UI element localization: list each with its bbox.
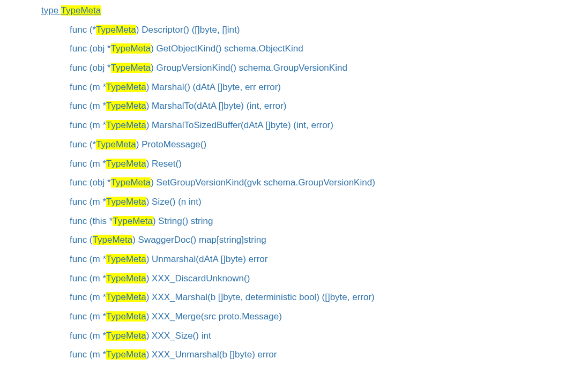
search-highlight: TypeMeta	[111, 63, 151, 73]
method-link[interactable]: func (m *TypeMeta) XXX_Marshal(b []byte,…	[70, 292, 375, 302]
type-name-highlight: TypeMeta	[61, 5, 101, 16]
search-highlight: TypeMeta	[96, 139, 136, 150]
method-prefix: func (m *	[70, 273, 106, 283]
method-item: func (m *TypeMeta) Reset()	[0, 154, 588, 174]
search-highlight: TypeMeta	[93, 235, 133, 245]
search-highlight: TypeMeta	[106, 159, 146, 169]
method-link[interactable]: func (m *TypeMeta) Unmarshal(dAtA []byte…	[70, 254, 267, 264]
method-link[interactable]: func (*TypeMeta) ProtoMessage()	[70, 139, 206, 150]
method-suffix: ) XXX_Size() int	[146, 331, 211, 341]
search-highlight: TypeMeta	[106, 254, 146, 264]
method-suffix: ) Descriptor() ([]byte, []int)	[136, 25, 240, 35]
method-item: func (m *TypeMeta) XXX_Size() int	[0, 326, 588, 346]
search-highlight: TypeMeta	[106, 120, 146, 130]
method-link[interactable]: func (m *TypeMeta) XXX_Size() int	[70, 331, 211, 341]
method-prefix: func (m *	[70, 292, 106, 302]
search-highlight: TypeMeta	[111, 177, 151, 188]
method-link[interactable]: func (m *TypeMeta) Marshal() (dAtA []byt…	[70, 82, 281, 92]
method-suffix: ) SwaggerDoc() map[string]string	[132, 235, 266, 245]
method-item: func (*TypeMeta) ProtoMessage()	[0, 135, 588, 154]
method-item: func (m *TypeMeta) MarshalToSizedBuffer(…	[0, 116, 588, 135]
method-suffix: ) XXX_Unmarshal(b []byte) error	[146, 349, 277, 360]
method-suffix: ) ProtoMessage()	[136, 139, 206, 150]
method-prefix: func (*	[70, 139, 96, 150]
method-item: func (m *TypeMeta) MarshalTo(dAtA []byte…	[0, 96, 588, 116]
method-suffix: ) Unmarshal(dAtA []byte) error	[146, 254, 268, 264]
method-item: func (this *TypeMeta) String() string	[0, 212, 588, 231]
method-item: func (m *TypeMeta) XXX_DiscardUnknown()	[0, 269, 588, 288]
method-suffix: ) String() string	[153, 216, 213, 226]
method-suffix: ) Reset()	[146, 159, 182, 169]
method-prefix: func (m *	[70, 254, 106, 264]
method-item: func (TypeMeta) SwaggerDoc() map[string]…	[0, 230, 588, 250]
method-item: func (obj *TypeMeta) SetGroupVersionKind…	[0, 173, 588, 192]
method-suffix: ) GroupVersionKind() schema.GroupVersion…	[151, 63, 347, 73]
search-highlight: TypeMeta	[113, 216, 153, 226]
method-prefix: func (*	[70, 25, 96, 35]
method-prefix: func (m *	[70, 311, 106, 322]
method-prefix: func (m *	[70, 82, 106, 92]
method-prefix: func (m *	[70, 101, 106, 111]
method-item: func (obj *TypeMeta) GroupVersionKind() …	[0, 58, 588, 78]
method-item: func (*TypeMeta) Descriptor() ([]byte, […	[0, 20, 588, 40]
method-item: func (m *TypeMeta) XXX_Merge(src proto.M…	[0, 307, 588, 326]
method-link[interactable]: func (m *TypeMeta) XXX_Unmarshal(b []byt…	[70, 349, 277, 360]
method-prefix: func (obj *	[70, 177, 111, 188]
method-suffix: ) XXX_Merge(src proto.Message)	[146, 311, 282, 322]
method-suffix: ) XXX_Marshal(b []byte, deterministic bo…	[146, 292, 375, 302]
method-suffix: ) SetGroupVersionKind(gvk schema.GroupVe…	[151, 177, 375, 188]
method-item: func (obj *TypeMeta) GetObjectKind() sch…	[0, 39, 588, 58]
method-item: func (m *TypeMeta) XXX_Unmarshal(b []byt…	[0, 345, 588, 364]
method-suffix: ) XXX_DiscardUnknown()	[146, 273, 250, 283]
method-link[interactable]: func (obj *TypeMeta) GroupVersionKind() …	[70, 63, 347, 73]
type-declaration: type TypeMeta	[0, 1, 588, 20]
type-link[interactable]: type TypeMeta	[41, 5, 101, 16]
search-highlight: TypeMeta	[106, 311, 146, 322]
method-link[interactable]: func (m *TypeMeta) MarshalTo(dAtA []byte…	[70, 101, 286, 111]
method-prefix: func (m *	[70, 120, 106, 130]
search-highlight: TypeMeta	[106, 331, 146, 341]
method-prefix: func (m *	[70, 349, 106, 360]
method-prefix: func (m *	[70, 197, 106, 207]
method-link[interactable]: func (m *TypeMeta) Reset()	[70, 159, 182, 169]
search-highlight: TypeMeta	[106, 292, 146, 302]
method-link[interactable]: func (TypeMeta) SwaggerDoc() map[string]…	[70, 235, 266, 245]
search-highlight: TypeMeta	[106, 82, 146, 92]
search-highlight: TypeMeta	[96, 25, 136, 35]
search-highlight: TypeMeta	[106, 349, 146, 360]
method-link[interactable]: func (m *TypeMeta) Size() (n int)	[70, 197, 202, 207]
search-highlight: TypeMeta	[106, 197, 146, 207]
type-keyword: type	[41, 5, 61, 16]
method-link[interactable]: func (obj *TypeMeta) GetObjectKind() sch…	[70, 43, 303, 54]
method-suffix: ) GetObjectKind() schema.ObjectKind	[151, 43, 303, 54]
method-suffix: ) Size() (n int)	[146, 197, 202, 207]
method-suffix: ) MarshalTo(dAtA []byte) (int, error)	[146, 101, 287, 111]
method-item: func (m *TypeMeta) Marshal() (dAtA []byt…	[0, 78, 588, 97]
method-link[interactable]: func (m *TypeMeta) MarshalToSizedBuffer(…	[70, 120, 333, 130]
method-item: func (m *TypeMeta) Size() (n int)	[0, 192, 588, 212]
doc-index: type TypeMeta func (*TypeMeta) Descripto…	[0, 0, 588, 366]
method-prefix: func (m *	[70, 159, 106, 169]
method-link[interactable]: func (*TypeMeta) Descriptor() ([]byte, […	[70, 25, 240, 35]
method-prefix: func (	[70, 235, 93, 245]
method-prefix: func (obj *	[70, 43, 111, 54]
method-link[interactable]: func (m *TypeMeta) XXX_DiscardUnknown()	[70, 273, 250, 283]
method-prefix: func (this *	[70, 216, 113, 226]
search-highlight: TypeMeta	[111, 43, 151, 54]
method-suffix: ) Marshal() (dAtA []byte, err error)	[146, 82, 281, 92]
method-item: func (m *TypeMeta) Unmarshal(dAtA []byte…	[0, 250, 588, 269]
method-link[interactable]: func (this *TypeMeta) String() string	[70, 216, 213, 226]
method-link[interactable]: func (m *TypeMeta) XXX_Merge(src proto.M…	[70, 311, 282, 322]
method-suffix: ) MarshalToSizedBuffer(dAtA []byte) (int…	[146, 120, 333, 130]
method-prefix: func (m *	[70, 331, 106, 341]
method-list: func (*TypeMeta) Descriptor() ([]byte, […	[0, 20, 588, 364]
method-item: func (m *TypeMeta) XXX_Marshal(b []byte,…	[0, 288, 588, 307]
search-highlight: TypeMeta	[106, 273, 146, 283]
method-link[interactable]: func (obj *TypeMeta) SetGroupVersionKind…	[70, 177, 375, 188]
method-prefix: func (obj *	[70, 63, 111, 73]
search-highlight: TypeMeta	[106, 101, 146, 111]
